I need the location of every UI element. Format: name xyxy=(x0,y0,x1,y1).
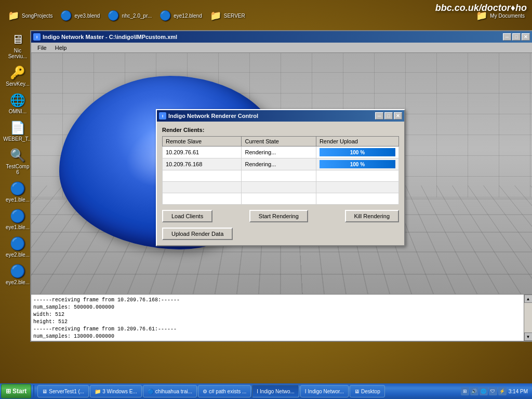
taskbar-item-windows-explorer[interactable]: 📁 3 Windows E... xyxy=(90,385,142,397)
taskbar-item-csharp[interactable]: ⚙ c# path exists ... xyxy=(198,385,251,397)
blend-icon: 🔵 xyxy=(60,9,72,22)
upload-render-data-button[interactable]: Upload Render Data xyxy=(162,228,233,240)
taskbar-item-chihuahua[interactable]: 🔵 chihuahua trai... xyxy=(143,385,197,397)
start-button[interactable]: ⊞ Start xyxy=(1,384,31,398)
top-icon-nhc[interactable]: 🔵 nhc_2.0_pr... xyxy=(104,8,155,23)
col-current-state: Current State xyxy=(242,137,316,147)
render-clients-label: Render Clients: xyxy=(162,127,399,133)
file-menu[interactable]: File xyxy=(33,44,51,52)
upload-1: 100 % xyxy=(316,147,398,158)
taskbar-icon: ⚙ xyxy=(203,389,207,394)
table-row-empty xyxy=(163,182,399,193)
blend-icon: 🔵 xyxy=(9,180,26,197)
minimize-button[interactable]: ─ xyxy=(503,33,511,41)
blend-icon: 🔵 xyxy=(9,263,26,280)
taskbar-icon: I xyxy=(257,389,258,394)
top-icon-strip: 📁 SongProjects 🔵 eye3.blend 🔵 nhc_2.0_pr… xyxy=(0,0,532,31)
dialog-titlebar: I Indigo Network Renderer Control ─ □ ✕ xyxy=(157,110,404,122)
top-icon-eye3blend[interactable]: 🔵 eye3.blend xyxy=(57,8,103,23)
taskbar-icon: I xyxy=(305,389,307,394)
windows-logo: ⊞ xyxy=(6,388,11,395)
blend-icon: 🔵 xyxy=(107,9,119,22)
top-icon-songprojects[interactable]: 📁 SongProjects xyxy=(4,8,56,23)
document-icon: 📄 xyxy=(9,119,26,136)
blend-icon: 🔵 xyxy=(9,235,26,252)
globe-icon: 🌐 xyxy=(9,92,26,109)
progress-bar-2: 100 % xyxy=(320,160,395,168)
start-rendering-button[interactable]: Start Rendering xyxy=(249,210,308,222)
titlebar-left: I Indigo Network Master - C:\indigo\IMPc… xyxy=(33,33,177,41)
taskbar-item-servertest[interactable]: 🖥 ServerTest1 (... xyxy=(37,385,89,397)
table-row-empty xyxy=(163,170,399,182)
left-icon-servkey[interactable]: 🔑 ServKey... xyxy=(3,64,33,87)
dialog-title-left: I Indigo Network Renderer Control xyxy=(159,112,258,119)
top-icon-mydocuments[interactable]: 📁 My Documents xyxy=(472,8,528,23)
system-clock: 3:14 PM xyxy=(509,389,528,394)
window-controls: ─ □ ✕ xyxy=(503,33,530,41)
taskbar-icon: 📁 xyxy=(95,389,101,394)
left-icon-eye1blend[interactable]: 🔵 eye1.ble... xyxy=(3,208,33,230)
dialog-minimize-button[interactable]: ─ xyxy=(375,112,383,119)
dialog-title: Indigo Network Renderer Control xyxy=(168,113,258,119)
slave-ip-1: 10.209.76.61 xyxy=(163,147,242,158)
taskbar-items: 🖥 ServerTest1 (... 📁 3 Windows E... 🔵 ch… xyxy=(37,385,454,397)
taskbar-item-desktop[interactable]: 🖥 Desktop xyxy=(350,385,385,397)
maximize-button[interactable]: □ xyxy=(512,33,521,41)
left-icon-weber[interactable]: 📄 WEBER_T... xyxy=(3,119,33,142)
renderer-control-dialog: I Indigo Network Renderer Control ─ □ ✕ … xyxy=(156,109,405,246)
taskbar-item-indigo2[interactable]: I Indigo Networ... xyxy=(300,385,349,397)
tray-icon-4: 🛡 xyxy=(489,387,497,395)
tray-icon-2: 🔊 xyxy=(470,387,478,395)
dialog-maximize-button[interactable]: □ xyxy=(384,112,393,119)
main-window-menubar: File Help xyxy=(31,43,532,53)
search-icon: 🔍 xyxy=(9,147,26,164)
left-icon-testcomp[interactable]: 🔍 TestComp6 xyxy=(3,147,33,175)
main-window-title: Indigo Network Master - C:\indigo\IMPcus… xyxy=(43,34,177,40)
blend-icon: 🔵 xyxy=(159,9,171,22)
dialog-body: Render Clients: Remote Slave Current Sta… xyxy=(157,122,404,245)
load-clients-button[interactable]: Load Clients xyxy=(162,210,212,222)
scroll-down-button[interactable]: ▼ xyxy=(524,332,533,341)
dialog-primary-buttons: Load Clients Start Rendering Kill Render… xyxy=(162,210,399,222)
scroll-up-button[interactable]: ▲ xyxy=(524,295,533,303)
main-window-titlebar: I Indigo Network Master - C:\indigo\IMPc… xyxy=(31,31,532,43)
render-clients-table: Remote Slave Current State Render Upload… xyxy=(162,136,399,205)
folder-icon: 📁 xyxy=(7,9,20,22)
key-icon: 🔑 xyxy=(9,64,26,81)
dialog-controls: ─ □ ✕ xyxy=(375,112,402,119)
left-icon-eye1bld[interactable]: 🔵 eye1.ble... xyxy=(3,180,33,203)
upload-2: 100 % xyxy=(316,158,398,170)
tray-icon-3: 🌐 xyxy=(480,387,488,395)
folder-icon: 📁 xyxy=(475,9,488,22)
monitor-icon: 🖥 xyxy=(9,31,26,48)
taskbar-icon: 🖥 xyxy=(42,389,47,394)
scroll-track[interactable] xyxy=(524,303,533,332)
top-icon-server[interactable]: 📁 SERVER xyxy=(206,8,248,23)
top-icon-eye12blend[interactable]: 🔵 eye12.blend xyxy=(156,8,205,23)
progress-bar-1: 100 % xyxy=(320,148,395,156)
taskbar-tray: ⊞ 🔊 🌐 🛡 ⚡ 3:14 PM xyxy=(457,387,532,395)
window-icon: I xyxy=(33,33,41,41)
dialog-icon: I xyxy=(159,112,166,119)
tray-icon-1: ⊞ xyxy=(461,387,469,395)
left-icon-eye2bld[interactable]: 🔵 eye2.ble... xyxy=(3,235,33,258)
close-button[interactable]: ✕ xyxy=(522,33,530,41)
kill-rendering-button[interactable]: Kill Rendering xyxy=(345,210,399,222)
folder-icon: 📁 xyxy=(209,9,222,22)
blend-icon: 🔵 xyxy=(9,208,26,224)
console-scrollbar[interactable]: ▲ ▼ xyxy=(524,295,532,341)
console-output: ------receiving frame from 10.209.76.168… xyxy=(31,295,524,341)
progress-text-2: 100 % xyxy=(350,162,365,167)
col-render-upload: Render Upload xyxy=(316,137,398,147)
left-icon-column: 🖥 NicServiu... 🔑 ServKey... 🌐 OMNI... 📄 … xyxy=(3,31,33,285)
col-remote-slave: Remote Slave xyxy=(163,137,242,147)
taskbar-item-indigo1[interactable]: I Indigo Netwo... xyxy=(252,385,299,397)
left-icon-nic[interactable]: 🖥 NicServiu... xyxy=(3,31,33,59)
dialog-close-button[interactable]: ✕ xyxy=(394,112,402,119)
left-icon-omni[interactable]: 🌐 OMNI... xyxy=(3,92,33,114)
taskbar-icon: 🖥 xyxy=(354,389,360,394)
left-icon-eye2blend[interactable]: 🔵 eye2.ble... xyxy=(3,263,33,285)
slave-ip-2: 10.209.76.168 xyxy=(163,158,242,170)
state-2: Rendering... xyxy=(242,158,316,170)
help-menu[interactable]: Help xyxy=(51,44,71,52)
